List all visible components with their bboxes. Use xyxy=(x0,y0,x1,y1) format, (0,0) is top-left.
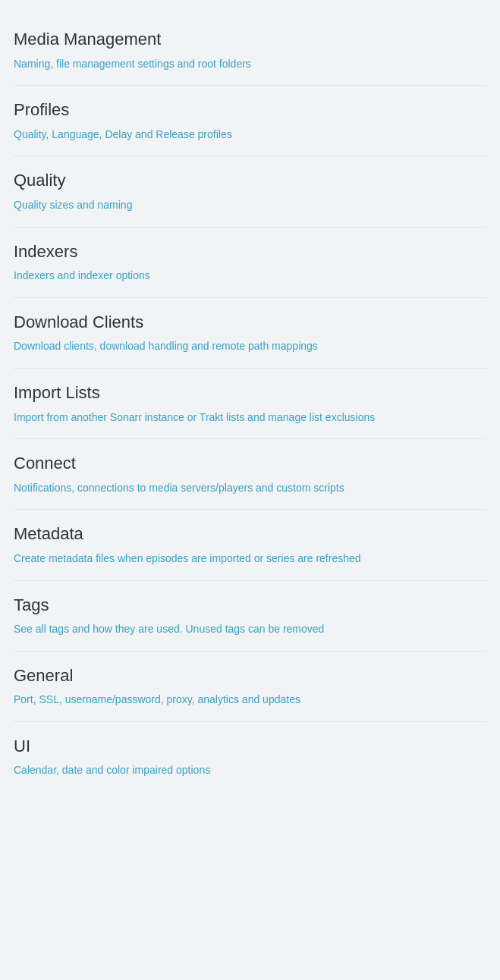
settings-item-general[interactable]: GeneralPort, SSL, username/password, pro… xyxy=(14,652,486,722)
settings-item-title-profiles: Profiles xyxy=(14,99,486,121)
settings-item-title-connect: Connect xyxy=(14,453,486,475)
settings-item-connect[interactable]: ConnectNotifications, connections to med… xyxy=(14,439,486,510)
settings-item-indexers[interactable]: IndexersIndexers and indexer options xyxy=(14,228,486,298)
settings-item-title-download-clients: Download Clients xyxy=(14,312,486,334)
settings-item-description-profiles: Quality, Language, Delay and Release pro… xyxy=(14,127,486,143)
settings-item-description-general: Port, SSL, username/password, proxy, ana… xyxy=(14,693,486,708)
settings-item-media-management[interactable]: Media ManagementNaming, file management … xyxy=(14,15,486,86)
settings-item-description-tags: See all tags and how they are used. Unus… xyxy=(14,622,486,637)
settings-item-description-connect: Notifications, connections to media serv… xyxy=(14,481,486,496)
settings-item-title-tags: Tags xyxy=(14,595,486,617)
settings-item-quality[interactable]: QualityQuality sizes and naming xyxy=(14,156,486,227)
settings-list: Media ManagementNaming, file management … xyxy=(14,15,486,792)
settings-item-title-indexers: Indexers xyxy=(14,241,486,263)
settings-item-download-clients[interactable]: Download ClientsDownload clients, downlo… xyxy=(14,298,486,369)
settings-item-description-media-management: Naming, file management settings and roo… xyxy=(14,57,486,72)
settings-item-title-media-management: Media Management xyxy=(14,29,486,51)
settings-item-title-ui: UI xyxy=(14,736,486,758)
settings-item-description-indexers: Indexers and indexer options xyxy=(14,269,486,284)
settings-item-profiles[interactable]: ProfilesQuality, Language, Delay and Rel… xyxy=(14,86,486,156)
settings-item-title-general: General xyxy=(14,665,486,687)
settings-item-ui[interactable]: UICalendar, date and color impaired opti… xyxy=(14,722,486,792)
settings-item-description-quality: Quality sizes and naming xyxy=(14,198,486,213)
settings-item-description-metadata: Create metadata files when episodes are … xyxy=(14,551,486,567)
settings-item-title-metadata: Metadata xyxy=(14,523,486,545)
settings-item-description-download-clients: Download clients, download handling and … xyxy=(14,339,486,354)
settings-item-description-ui: Calendar, date and color impaired option… xyxy=(14,763,486,778)
settings-item-import-lists[interactable]: Import ListsImport from another Sonarr i… xyxy=(14,369,486,439)
settings-item-description-import-lists: Import from another Sonarr instance or T… xyxy=(14,410,486,426)
settings-item-title-quality: Quality xyxy=(14,170,486,192)
settings-item-metadata[interactable]: MetadataCreate metadata files when episo… xyxy=(14,510,486,580)
settings-item-tags[interactable]: TagsSee all tags and how they are used. … xyxy=(14,581,486,652)
settings-item-title-import-lists: Import Lists xyxy=(14,382,486,404)
